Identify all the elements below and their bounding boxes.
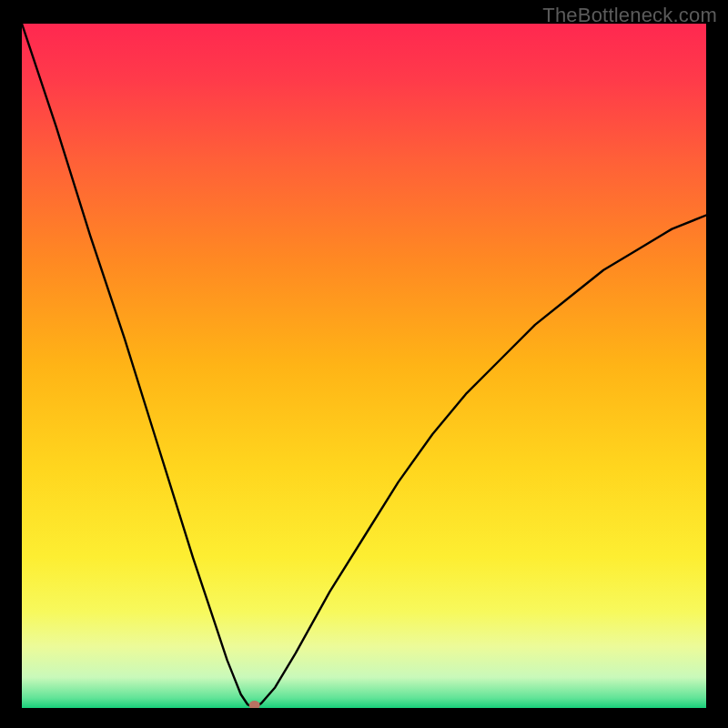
plot-area xyxy=(22,24,706,708)
chart-container: TheBottleneck.com xyxy=(0,0,728,728)
gradient-background xyxy=(22,24,706,708)
plot-frame xyxy=(22,24,706,708)
watermark-text: TheBottleneck.com xyxy=(542,4,717,27)
chart-svg xyxy=(22,24,706,708)
